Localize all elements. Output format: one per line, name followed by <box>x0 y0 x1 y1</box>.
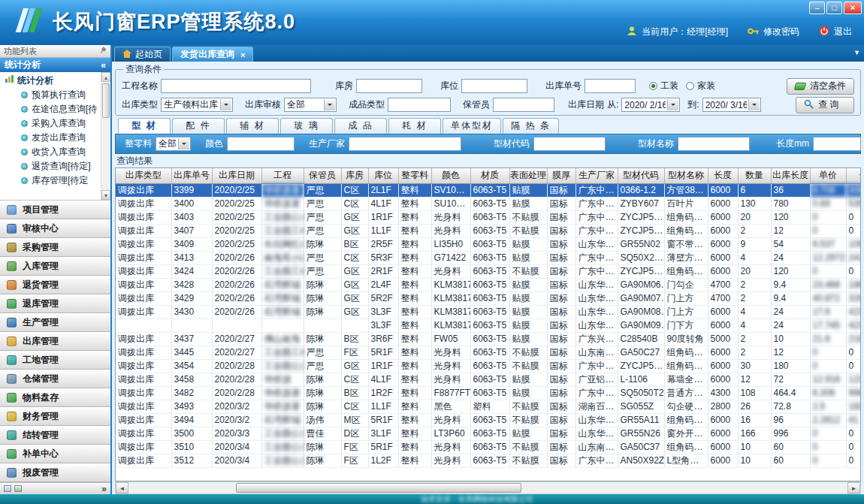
table-row[interactable]: 调拨出库34282020/2/26石湾辉城陈琳G区2L4F整料KLM381760… <box>116 278 861 291</box>
tab-delivery-outbound-query[interactable]: 发货出库查询 × <box>172 47 253 62</box>
sidebar-item-supplement[interactable]: 补单中心 <box>0 445 110 463</box>
table-row[interactable]: 调拨出库34302020/2/26石湾辉城陈琳G区3L3F整料KLM381760… <box>116 305 861 318</box>
sidebar-item-audit[interactable]: 审核中心 <box>0 219 110 238</box>
zhengling-select[interactable]: 全部 <box>156 137 191 151</box>
gongzhuang-radio[interactable] <box>649 82 657 90</box>
sidebar-item-return-goods[interactable]: 退货管理 <box>0 276 110 294</box>
material-tab-profile[interactable]: 型 材 <box>118 118 171 134</box>
material-tab-glass[interactable]: 玻 璃 <box>280 118 333 134</box>
sidebar-item-inbound[interactable]: 入库管理 <box>0 257 110 276</box>
column-header-4[interactable]: 保管员 <box>304 168 341 183</box>
material-tab-single-profile[interactable]: 单体型材 <box>443 118 501 134</box>
date-to-picker[interactable]: 2020/ 3/16 <box>702 98 761 112</box>
tree-item-purchase-inbound-query[interactable]: 采购入库查询 <box>0 116 110 131</box>
outbound-type-select[interactable]: 生产领料出库 <box>161 98 233 112</box>
horizontal-scrollbar[interactable]: ◄ ► <box>115 481 861 494</box>
column-header-3[interactable]: 工程 <box>261 168 304 183</box>
column-header-2[interactable]: 出库日期 <box>212 168 261 183</box>
material-tab-fitting[interactable]: 配 件 <box>172 118 225 134</box>
sidebar-item-project[interactable]: 项目管理 <box>0 201 110 219</box>
location-input[interactable] <box>461 79 527 93</box>
logout-link[interactable]: 退出 <box>834 26 852 38</box>
material-tab-insulation[interactable]: 隔 热 条 <box>503 118 559 134</box>
material-tab-auxiliary[interactable]: 辅 材 <box>226 118 279 134</box>
tab-list-chevron-icon[interactable]: ▼ <box>853 49 860 56</box>
close-button[interactable]: × <box>844 2 862 14</box>
sidebar-item-purchase[interactable]: 采购管理 <box>0 238 110 257</box>
more-chevron-icon[interactable]: » <box>101 484 107 494</box>
minimize-button[interactable]: – <box>809 2 825 14</box>
tree-item-stock-query[interactable]: 库存管理[待定 <box>0 174 110 188</box>
scroll-right-icon[interactable]: ► <box>847 482 860 493</box>
material-tab-consumable[interactable]: 耗 材 <box>388 118 441 134</box>
material-tab-product[interactable]: 成 品 <box>334 118 387 134</box>
sidebar-item-site[interactable]: 工地管理 <box>0 351 110 370</box>
table-row[interactable]: 调拨出库34132020/2/26南海苑小区严思C区5R3F整料G7142260… <box>116 251 861 264</box>
table-row[interactable]: 调拨出库34452020/2/27工业园工程严思F区5R1F整料光身料6063-… <box>116 346 861 359</box>
sidebar-item-inventory[interactable]: 物料盘存 <box>0 388 110 407</box>
column-header-14[interactable]: 型材名称 <box>664 168 708 183</box>
column-header-1[interactable]: 出库单号 <box>171 168 212 183</box>
pin-icon[interactable] <box>99 47 107 56</box>
table-row[interactable]: 调拨出库33992020/2/25华侨源著严思C区2L1F整料SV10…6063… <box>116 183 861 197</box>
table-row[interactable]: 调拨出库35002020/3/3工业园公共工程曹佳D区3L1F整料LT3P606… <box>116 427 861 440</box>
jiazhuang-radio[interactable] <box>686 82 694 90</box>
results-grid[interactable]: 出库类型出库单号出库日期工程保管员库房库位整零料颜色材质表面处理膜厚生产厂家型材… <box>115 167 861 481</box>
sidebar-item-scrap[interactable]: 报废管理 <box>0 463 110 482</box>
tree-item-return-query[interactable]: 退货查询[待定] <box>0 159 110 174</box>
search-button[interactable]: 查 询 <box>796 97 854 113</box>
column-header-15[interactable]: 长度 <box>708 168 738 183</box>
column-header-9[interactable]: 材质 <box>470 168 509 183</box>
product-type-input[interactable] <box>388 98 451 112</box>
sidebar-item-production[interactable]: 生产管理 <box>0 313 110 332</box>
color-input[interactable] <box>227 137 295 151</box>
table-row[interactable]: 调拨出库34942020/3/2石湾辉城汤伟M区5R1F整料光身料6063-T5… <box>116 413 861 427</box>
sidebar-item-return-stock[interactable]: 退库管理 <box>0 294 110 313</box>
column-header-12[interactable]: 生产厂家 <box>575 168 618 183</box>
outbound-audit-select[interactable]: 全部 <box>284 98 337 112</box>
table-row[interactable]: 调拨出库35102020/3/4工业园公共工程陈琳F区5R1F整料光身料6063… <box>116 440 861 454</box>
table-row[interactable]: 调拨出库35122020/3/4工业园公共工程陈琳F区1L2F整料光身料6063… <box>116 454 861 467</box>
tab-home[interactable]: 起始页 <box>114 47 171 62</box>
project-name-input[interactable] <box>161 79 311 93</box>
column-header-5[interactable]: 库房 <box>341 168 368 183</box>
column-header-16[interactable]: 数量 <box>738 168 771 183</box>
mini-computer-icon[interactable] <box>14 485 22 492</box>
manufacturer-input[interactable] <box>349 137 461 151</box>
order-no-input[interactable] <box>585 79 636 93</box>
sidebar-item-finance[interactable]: 财务管理 <box>0 407 110 426</box>
table-row[interactable]: 调拨出库34292020/2/26石湾辉城陈琳G区5R2F整料KLM381760… <box>116 291 861 305</box>
column-header-18[interactable]: 单价 <box>810 168 846 183</box>
date-from-picker[interactable]: 2020/ 2/16 <box>621 98 680 112</box>
table-row[interactable]: 调拨出库34092020/2/25长信网红府陈琳B区2R5F整料LI35H060… <box>116 237 861 251</box>
tree-item-receipt-inbound-query[interactable]: 收货入库查询 <box>0 145 110 159</box>
table-row[interactable]: 3L3F整料KLM38176063-T5贴膜国标山东华…GA90M09…门下方6… <box>116 318 861 332</box>
tree-item-in-transit-query[interactable]: 在途信息查询[待 <box>0 102 110 116</box>
scroll-thumb[interactable] <box>236 483 521 493</box>
length-input[interactable] <box>813 137 861 151</box>
table-row[interactable]: 调拨出库34542020/2/28工业园公共工程严思G区1R1F整料光身料606… <box>116 359 861 373</box>
table-row[interactable]: 调拨出库34372020/2/27佛山南海陈琳B区3R6F整料FW056063-… <box>116 332 861 346</box>
table-row[interactable]: 调拨出库34582020/2/28华侨源陈琳C区4L1F整料光身料6063-T5… <box>116 373 861 386</box>
tree-item-delivery-outbound-query[interactable]: 发货出库查询 <box>0 131 110 145</box>
table-row[interactable]: 调拨出库34822020/2/28华侨源著陈琳B区1R2F整料F8877FT60… <box>116 386 861 400</box>
scroll-left-icon[interactable]: ◄ <box>116 482 128 493</box>
keeper-input[interactable] <box>493 98 554 112</box>
column-header-10[interactable]: 表面处理 <box>509 168 547 183</box>
clear-conditions-button[interactable]: 清空条件 <box>787 78 854 95</box>
column-header-17[interactable]: 出库长度 <box>771 168 810 183</box>
sidebar-item-outbound[interactable]: 出库管理 <box>0 332 110 351</box>
table-row[interactable]: 调拨出库34072020/2/25工业园工程严思G区1L1F整料光身料6063-… <box>116 224 861 237</box>
mini-grid-icon[interactable] <box>4 485 11 492</box>
column-header-0[interactable]: 出库类型 <box>116 168 171 183</box>
tree-scrollbar[interactable]: ▲ ▼ <box>101 72 110 200</box>
sidebar-item-warehouse[interactable]: 仓储管理 <box>0 370 110 388</box>
column-header-11[interactable]: 膜厚 <box>547 168 575 183</box>
tree-scroll-thumb[interactable] <box>102 83 110 118</box>
table-row[interactable]: 调拨出库34032020/2/25工业园公共工程严思G区1R1F整料光身料606… <box>116 210 861 224</box>
warehouse-input[interactable] <box>356 79 422 93</box>
tab-close-icon[interactable]: × <box>240 50 245 59</box>
collapse-button[interactable]: « <box>101 60 106 71</box>
profile-code-input[interactable] <box>533 137 606 151</box>
profile-name-input[interactable] <box>678 137 750 151</box>
